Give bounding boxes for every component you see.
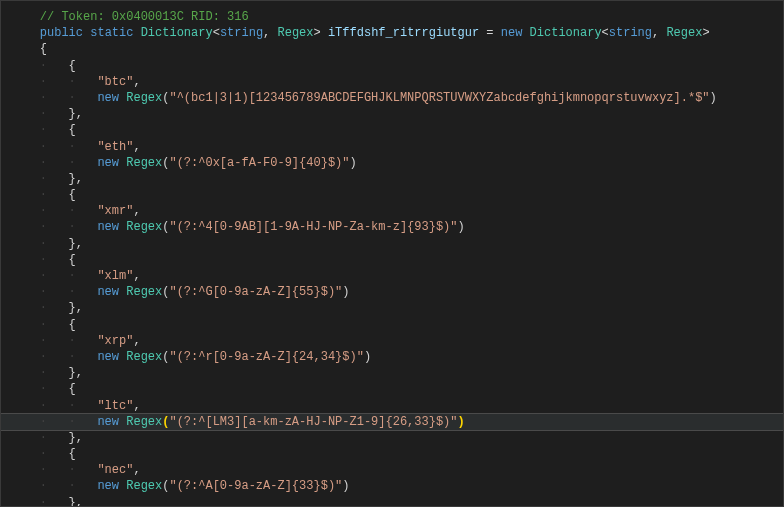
- code-editor: // Token: 0x0400013C RID: 316 public sta…: [1, 9, 783, 507]
- paren-close: ): [342, 479, 349, 493]
- type: Regex: [126, 285, 162, 299]
- code-line[interactable]: · },: [1, 495, 783, 507]
- code-line[interactable]: · · "xmr",: [1, 203, 783, 219]
- type: Regex: [126, 91, 162, 105]
- code-line[interactable]: · },: [1, 171, 783, 187]
- comment-text: // Token: 0x0400013C RID: 316: [40, 10, 249, 24]
- code-line[interactable]: · {: [1, 252, 783, 268]
- code-line[interactable]: · · "btc",: [1, 74, 783, 90]
- type: Regex: [126, 415, 162, 429]
- dict-key: "xlm": [97, 269, 133, 283]
- code-line[interactable]: · · new Regex("(?:^A[0-9a-zA-Z]{33}$)"): [1, 478, 783, 494]
- code-line[interactable]: · },: [1, 106, 783, 122]
- brace-close: },: [69, 237, 83, 251]
- code-line[interactable]: · {: [1, 187, 783, 203]
- type: Regex: [126, 350, 162, 364]
- brace-close: },: [69, 496, 83, 507]
- regex-pattern: "^(bc1|3|1)[123456789ABCDEFGHJKLMNPQRSTU…: [169, 91, 709, 105]
- dict-key: "eth": [97, 140, 133, 154]
- code-line[interactable]: {: [1, 41, 783, 57]
- paren-close: ): [349, 156, 356, 170]
- type: string: [609, 26, 652, 40]
- keyword: new: [97, 156, 119, 170]
- type: Dictionary: [530, 26, 602, 40]
- brace-open: {: [69, 382, 76, 396]
- paren-close: ): [710, 91, 717, 105]
- code-line[interactable]: · · new Regex("(?:^[LM3][a-km-zA-HJ-NP-Z…: [1, 414, 783, 430]
- code-line[interactable]: · · new Regex("(?:^G[0-9a-zA-Z]{55}$)"): [1, 284, 783, 300]
- type: Dictionary: [141, 26, 213, 40]
- keyword: static: [90, 26, 133, 40]
- code-line[interactable]: · {: [1, 122, 783, 138]
- code-line[interactable]: · {: [1, 381, 783, 397]
- code-line[interactable]: · },: [1, 236, 783, 252]
- code-line[interactable]: · },: [1, 430, 783, 446]
- code-line[interactable]: · · "eth",: [1, 139, 783, 155]
- regex-pattern: "(?:^[LM3][a-km-zA-HJ-NP-Z1-9]{26,33}$)": [169, 415, 457, 429]
- brace-close: },: [69, 107, 83, 121]
- dict-key: "xmr": [97, 204, 133, 218]
- code-line[interactable]: public static Dictionary<string, Regex> …: [1, 25, 783, 41]
- dict-key: "xrp": [97, 334, 133, 348]
- brace-close: },: [69, 301, 83, 315]
- keyword: new: [97, 285, 119, 299]
- brace-open: {: [69, 59, 76, 73]
- paren-close: ): [342, 285, 349, 299]
- keyword: new: [97, 220, 119, 234]
- type: Regex: [278, 26, 314, 40]
- type: Regex: [126, 156, 162, 170]
- brace-open: {: [40, 42, 47, 56]
- brace-close: },: [69, 366, 83, 380]
- dict-key: "nec": [97, 463, 133, 477]
- code-line[interactable]: · {: [1, 58, 783, 74]
- code-line[interactable]: · · "nec",: [1, 462, 783, 478]
- code-line[interactable]: · },: [1, 300, 783, 316]
- type: Regex: [126, 479, 162, 493]
- keyword: new: [501, 26, 523, 40]
- dict-key: "btc": [97, 75, 133, 89]
- code-line[interactable]: · · new Regex("^(bc1|3|1)[123456789ABCDE…: [1, 90, 783, 106]
- paren-close: ): [458, 415, 465, 429]
- regex-pattern: "(?:^0x[a-fA-F0-9]{40}$)": [169, 156, 349, 170]
- code-line[interactable]: · · new Regex("(?:^r[0-9a-zA-Z]{24,34}$)…: [1, 349, 783, 365]
- keyword: new: [97, 91, 119, 105]
- code-line[interactable]: · · new Regex("(?:^0x[a-fA-F0-9]{40}$)"): [1, 155, 783, 171]
- regex-pattern: "(?:^r[0-9a-zA-Z]{24,34}$)": [169, 350, 363, 364]
- code-line[interactable]: · },: [1, 365, 783, 381]
- brace-open: {: [69, 318, 76, 332]
- type: Regex: [126, 220, 162, 234]
- variable-name: iTffdshf_ritrrgiutgur: [328, 26, 479, 40]
- brace-open: {: [69, 188, 76, 202]
- code-line[interactable]: · · new Regex("(?:^4[0-9AB][1-9A-HJ-NP-Z…: [1, 219, 783, 235]
- type: Regex: [666, 26, 702, 40]
- brace-close: },: [69, 431, 83, 445]
- brace-open: {: [69, 253, 76, 267]
- regex-pattern: "(?:^G[0-9a-zA-Z]{55}$)": [169, 285, 342, 299]
- code-line[interactable]: · · "xlm",: [1, 268, 783, 284]
- regex-pattern: "(?:^A[0-9a-zA-Z]{33}$)": [169, 479, 342, 493]
- code-line[interactable]: · {: [1, 317, 783, 333]
- keyword: new: [97, 415, 119, 429]
- keyword: new: [97, 479, 119, 493]
- dict-key: "ltc": [97, 399, 133, 413]
- brace-open: {: [69, 123, 76, 137]
- code-line[interactable]: · {: [1, 446, 783, 462]
- keyword: public: [40, 26, 83, 40]
- code-line[interactable]: // Token: 0x0400013C RID: 316: [1, 9, 783, 25]
- code-line[interactable]: · · "xrp",: [1, 333, 783, 349]
- keyword: new: [97, 350, 119, 364]
- brace-close: },: [69, 172, 83, 186]
- type: string: [220, 26, 263, 40]
- paren-close: ): [458, 220, 465, 234]
- brace-open: {: [69, 447, 76, 461]
- code-line[interactable]: · · "ltc",: [1, 398, 783, 414]
- paren-close: ): [364, 350, 371, 364]
- regex-pattern: "(?:^4[0-9AB][1-9A-HJ-NP-Za-km-z]{93}$)": [169, 220, 457, 234]
